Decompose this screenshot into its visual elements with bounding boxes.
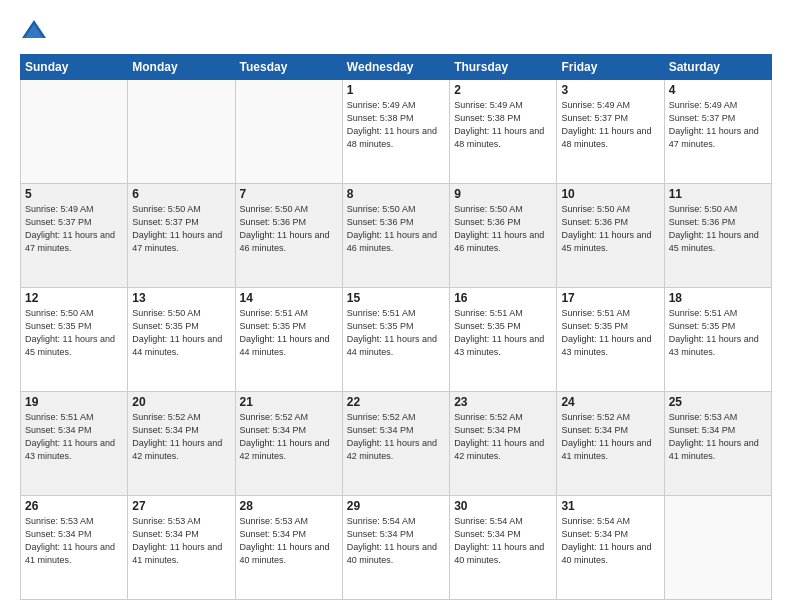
day-number: 3 <box>561 83 659 97</box>
day-info: Sunrise: 5:50 AM Sunset: 5:36 PM Dayligh… <box>561 203 659 255</box>
calendar-day-header: Thursday <box>450 55 557 80</box>
calendar-header-row: SundayMondayTuesdayWednesdayThursdayFrid… <box>21 55 772 80</box>
day-info: Sunrise: 5:50 AM Sunset: 5:36 PM Dayligh… <box>669 203 767 255</box>
day-number: 17 <box>561 291 659 305</box>
day-info: Sunrise: 5:51 AM Sunset: 5:35 PM Dayligh… <box>240 307 338 359</box>
day-number: 11 <box>669 187 767 201</box>
calendar-cell <box>21 80 128 184</box>
day-info: Sunrise: 5:54 AM Sunset: 5:34 PM Dayligh… <box>347 515 445 567</box>
calendar-cell: 4Sunrise: 5:49 AM Sunset: 5:37 PM Daylig… <box>664 80 771 184</box>
day-number: 28 <box>240 499 338 513</box>
day-number: 21 <box>240 395 338 409</box>
day-number: 27 <box>132 499 230 513</box>
day-info: Sunrise: 5:50 AM Sunset: 5:36 PM Dayligh… <box>454 203 552 255</box>
calendar-cell: 15Sunrise: 5:51 AM Sunset: 5:35 PM Dayli… <box>342 288 449 392</box>
logo <box>20 16 52 44</box>
calendar-cell: 6Sunrise: 5:50 AM Sunset: 5:37 PM Daylig… <box>128 184 235 288</box>
calendar-cell: 26Sunrise: 5:53 AM Sunset: 5:34 PM Dayli… <box>21 496 128 600</box>
calendar-cell: 27Sunrise: 5:53 AM Sunset: 5:34 PM Dayli… <box>128 496 235 600</box>
calendar-cell: 16Sunrise: 5:51 AM Sunset: 5:35 PM Dayli… <box>450 288 557 392</box>
day-info: Sunrise: 5:51 AM Sunset: 5:35 PM Dayligh… <box>561 307 659 359</box>
day-info: Sunrise: 5:49 AM Sunset: 5:37 PM Dayligh… <box>25 203 123 255</box>
day-info: Sunrise: 5:53 AM Sunset: 5:34 PM Dayligh… <box>240 515 338 567</box>
calendar-cell: 9Sunrise: 5:50 AM Sunset: 5:36 PM Daylig… <box>450 184 557 288</box>
calendar-day-header: Tuesday <box>235 55 342 80</box>
day-info: Sunrise: 5:49 AM Sunset: 5:38 PM Dayligh… <box>454 99 552 151</box>
day-info: Sunrise: 5:52 AM Sunset: 5:34 PM Dayligh… <box>240 411 338 463</box>
day-info: Sunrise: 5:50 AM Sunset: 5:36 PM Dayligh… <box>347 203 445 255</box>
day-number: 8 <box>347 187 445 201</box>
day-number: 9 <box>454 187 552 201</box>
day-info: Sunrise: 5:50 AM Sunset: 5:35 PM Dayligh… <box>25 307 123 359</box>
day-info: Sunrise: 5:51 AM Sunset: 5:35 PM Dayligh… <box>669 307 767 359</box>
calendar-week-row: 12Sunrise: 5:50 AM Sunset: 5:35 PM Dayli… <box>21 288 772 392</box>
calendar-cell: 10Sunrise: 5:50 AM Sunset: 5:36 PM Dayli… <box>557 184 664 288</box>
day-number: 10 <box>561 187 659 201</box>
calendar-cell: 24Sunrise: 5:52 AM Sunset: 5:34 PM Dayli… <box>557 392 664 496</box>
calendar-cell: 21Sunrise: 5:52 AM Sunset: 5:34 PM Dayli… <box>235 392 342 496</box>
day-number: 29 <box>347 499 445 513</box>
calendar-cell <box>128 80 235 184</box>
day-number: 15 <box>347 291 445 305</box>
calendar-cell: 22Sunrise: 5:52 AM Sunset: 5:34 PM Dayli… <box>342 392 449 496</box>
calendar-cell: 31Sunrise: 5:54 AM Sunset: 5:34 PM Dayli… <box>557 496 664 600</box>
day-number: 2 <box>454 83 552 97</box>
day-info: Sunrise: 5:53 AM Sunset: 5:34 PM Dayligh… <box>132 515 230 567</box>
day-info: Sunrise: 5:51 AM Sunset: 5:35 PM Dayligh… <box>347 307 445 359</box>
calendar-week-row: 26Sunrise: 5:53 AM Sunset: 5:34 PM Dayli… <box>21 496 772 600</box>
day-info: Sunrise: 5:52 AM Sunset: 5:34 PM Dayligh… <box>132 411 230 463</box>
day-info: Sunrise: 5:53 AM Sunset: 5:34 PM Dayligh… <box>25 515 123 567</box>
calendar-cell: 13Sunrise: 5:50 AM Sunset: 5:35 PM Dayli… <box>128 288 235 392</box>
calendar-cell: 12Sunrise: 5:50 AM Sunset: 5:35 PM Dayli… <box>21 288 128 392</box>
day-info: Sunrise: 5:54 AM Sunset: 5:34 PM Dayligh… <box>561 515 659 567</box>
day-info: Sunrise: 5:51 AM Sunset: 5:35 PM Dayligh… <box>454 307 552 359</box>
day-number: 24 <box>561 395 659 409</box>
calendar-cell <box>664 496 771 600</box>
calendar-cell: 11Sunrise: 5:50 AM Sunset: 5:36 PM Dayli… <box>664 184 771 288</box>
calendar-week-row: 5Sunrise: 5:49 AM Sunset: 5:37 PM Daylig… <box>21 184 772 288</box>
calendar-cell: 8Sunrise: 5:50 AM Sunset: 5:36 PM Daylig… <box>342 184 449 288</box>
day-info: Sunrise: 5:53 AM Sunset: 5:34 PM Dayligh… <box>669 411 767 463</box>
logo-icon <box>20 16 48 44</box>
day-number: 25 <box>669 395 767 409</box>
day-number: 14 <box>240 291 338 305</box>
calendar-cell: 19Sunrise: 5:51 AM Sunset: 5:34 PM Dayli… <box>21 392 128 496</box>
day-info: Sunrise: 5:50 AM Sunset: 5:36 PM Dayligh… <box>240 203 338 255</box>
calendar-cell: 14Sunrise: 5:51 AM Sunset: 5:35 PM Dayli… <box>235 288 342 392</box>
calendar-cell: 18Sunrise: 5:51 AM Sunset: 5:35 PM Dayli… <box>664 288 771 392</box>
day-number: 4 <box>669 83 767 97</box>
calendar-day-header: Sunday <box>21 55 128 80</box>
calendar-cell: 25Sunrise: 5:53 AM Sunset: 5:34 PM Dayli… <box>664 392 771 496</box>
day-info: Sunrise: 5:52 AM Sunset: 5:34 PM Dayligh… <box>454 411 552 463</box>
day-number: 1 <box>347 83 445 97</box>
day-info: Sunrise: 5:49 AM Sunset: 5:37 PM Dayligh… <box>669 99 767 151</box>
calendar-cell: 23Sunrise: 5:52 AM Sunset: 5:34 PM Dayli… <box>450 392 557 496</box>
day-number: 22 <box>347 395 445 409</box>
day-number: 6 <box>132 187 230 201</box>
day-number: 26 <box>25 499 123 513</box>
day-info: Sunrise: 5:51 AM Sunset: 5:34 PM Dayligh… <box>25 411 123 463</box>
day-info: Sunrise: 5:50 AM Sunset: 5:35 PM Dayligh… <box>132 307 230 359</box>
day-number: 20 <box>132 395 230 409</box>
header <box>20 16 772 44</box>
day-info: Sunrise: 5:50 AM Sunset: 5:37 PM Dayligh… <box>132 203 230 255</box>
page: SundayMondayTuesdayWednesdayThursdayFrid… <box>0 0 792 612</box>
calendar-cell: 28Sunrise: 5:53 AM Sunset: 5:34 PM Dayli… <box>235 496 342 600</box>
day-number: 19 <box>25 395 123 409</box>
calendar-cell: 30Sunrise: 5:54 AM Sunset: 5:34 PM Dayli… <box>450 496 557 600</box>
day-number: 30 <box>454 499 552 513</box>
day-number: 5 <box>25 187 123 201</box>
calendar-cell: 29Sunrise: 5:54 AM Sunset: 5:34 PM Dayli… <box>342 496 449 600</box>
calendar-cell: 1Sunrise: 5:49 AM Sunset: 5:38 PM Daylig… <box>342 80 449 184</box>
calendar-day-header: Monday <box>128 55 235 80</box>
day-number: 12 <box>25 291 123 305</box>
calendar-cell: 5Sunrise: 5:49 AM Sunset: 5:37 PM Daylig… <box>21 184 128 288</box>
calendar-day-header: Friday <box>557 55 664 80</box>
calendar-day-header: Saturday <box>664 55 771 80</box>
day-info: Sunrise: 5:52 AM Sunset: 5:34 PM Dayligh… <box>561 411 659 463</box>
day-info: Sunrise: 5:52 AM Sunset: 5:34 PM Dayligh… <box>347 411 445 463</box>
day-number: 31 <box>561 499 659 513</box>
day-info: Sunrise: 5:49 AM Sunset: 5:38 PM Dayligh… <box>347 99 445 151</box>
calendar-cell: 20Sunrise: 5:52 AM Sunset: 5:34 PM Dayli… <box>128 392 235 496</box>
day-number: 13 <box>132 291 230 305</box>
